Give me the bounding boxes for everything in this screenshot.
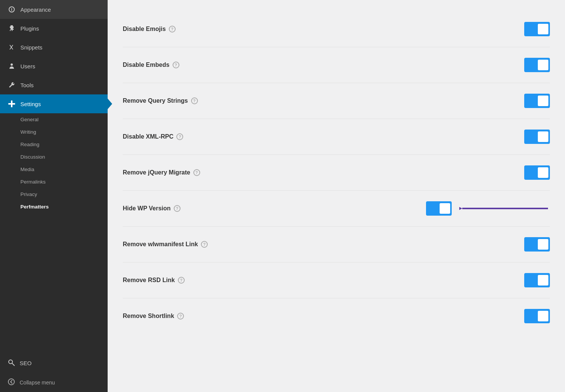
- seo-label: SEO: [20, 360, 32, 366]
- settings-label-disable-emojis: Disable Emojis?: [123, 26, 524, 32]
- settings-row-remove-shortlink: Remove Shortlink?: [123, 298, 550, 334]
- settings-label-remove-query-strings: Remove Query Strings?: [123, 97, 524, 104]
- settings-row-hide-wp-version: Hide WP Version?: [123, 191, 550, 227]
- settings-row-remove-jquery-migrate: Remove jQuery Migrate?: [123, 155, 550, 191]
- settings-label-remove-wlwmanifest-link: Remove wlwmanifest Link?: [123, 241, 524, 248]
- sidebar-item-users[interactable]: Users: [0, 57, 108, 76]
- sidebar: Appearance Plugins Snippets Users: [0, 0, 108, 392]
- sidebar-item-seo[interactable]: SEO: [0, 353, 108, 373]
- arrow-annotation: [459, 204, 550, 213]
- help-icon-remove-shortlink[interactable]: ?: [177, 313, 184, 319]
- help-icon-disable-xml-rpc[interactable]: ?: [176, 133, 183, 140]
- users-icon: [8, 62, 16, 70]
- tools-icon: [8, 81, 16, 89]
- sidebar-bottom: SEO Collapse menu: [0, 353, 108, 392]
- sidebar-item-settings[interactable]: Settings: [0, 94, 108, 113]
- settings-row-disable-emojis: Disable Emojis?: [123, 11, 550, 47]
- toggle-remove-rsd-link[interactable]: [524, 273, 550, 287]
- collapse-label: Collapse menu: [20, 380, 55, 386]
- settings-label-remove-jquery-migrate: Remove jQuery Migrate?: [123, 169, 524, 176]
- svg-rect-2: [8, 103, 15, 105]
- submenu-item-general[interactable]: General: [0, 113, 108, 126]
- help-icon-disable-embeds[interactable]: ?: [173, 62, 179, 68]
- settings-row-remove-wlwmanifest-link: Remove wlwmanifest Link?: [123, 227, 550, 262]
- help-icon-remove-rsd-link[interactable]: ?: [178, 277, 185, 284]
- toggle-disable-embeds[interactable]: [524, 58, 550, 72]
- svg-line-4: [12, 363, 14, 366]
- settings-row-remove-query-strings: Remove Query Strings?: [123, 83, 550, 119]
- help-icon-disable-emojis[interactable]: ?: [169, 26, 176, 32]
- toggle-disable-emojis[interactable]: [524, 22, 550, 36]
- seo-icon: [8, 359, 15, 367]
- tools-label: Tools: [20, 82, 34, 88]
- toggle-remove-shortlink[interactable]: [524, 309, 550, 323]
- toggle-disable-xml-rpc[interactable]: [524, 130, 550, 144]
- toggle-remove-jquery-migrate[interactable]: [524, 165, 550, 180]
- appearance-label: Appearance: [20, 6, 51, 13]
- appearance-icon: [8, 5, 16, 14]
- submenu-item-writing[interactable]: Writing: [0, 126, 108, 138]
- plugins-label: Plugins: [20, 25, 39, 32]
- settings-label-remove-rsd-link: Remove RSD Link?: [123, 277, 524, 284]
- submenu-item-perfmatters[interactable]: Perfmatters: [0, 201, 108, 213]
- help-icon-remove-jquery-migrate[interactable]: ?: [193, 169, 200, 176]
- main-content: Disable Emojis?Disable Embeds?Remove Que…: [108, 0, 565, 392]
- settings-label-remove-shortlink: Remove Shortlink?: [123, 313, 524, 319]
- arrow-svg: [459, 204, 550, 213]
- help-icon-remove-query-strings[interactable]: ?: [191, 97, 198, 104]
- settings-label: Settings: [20, 101, 41, 107]
- settings-row-remove-rsd-link: Remove RSD Link?: [123, 262, 550, 298]
- settings-list: Disable Emojis?Disable Embeds?Remove Que…: [123, 11, 550, 334]
- settings-submenu: General Writing Reading Discussion Media…: [0, 113, 108, 213]
- settings-row-disable-embeds: Disable Embeds?: [123, 47, 550, 83]
- sidebar-item-plugins[interactable]: Plugins: [0, 19, 108, 38]
- settings-icon: [8, 100, 16, 108]
- submenu-item-discussion[interactable]: Discussion: [0, 151, 108, 163]
- sidebar-item-tools[interactable]: Tools: [0, 76, 108, 94]
- settings-label-disable-embeds: Disable Embeds?: [123, 62, 524, 68]
- sidebar-item-appearance[interactable]: Appearance: [0, 0, 108, 19]
- collapse-icon: [8, 378, 15, 387]
- submenu-item-reading[interactable]: Reading: [0, 138, 108, 151]
- submenu-item-privacy[interactable]: Privacy: [0, 188, 108, 201]
- svg-point-0: [11, 63, 13, 66]
- users-label: Users: [20, 63, 35, 69]
- settings-label-disable-xml-rpc: Disable XML-RPC?: [123, 133, 524, 140]
- snippets-label: Snippets: [20, 44, 42, 51]
- svg-point-5: [8, 379, 14, 385]
- collapse-menu-button[interactable]: Collapse menu: [0, 373, 108, 392]
- snippets-icon: [8, 43, 16, 51]
- sidebar-item-snippets[interactable]: Snippets: [0, 38, 108, 57]
- toggle-remove-query-strings[interactable]: [524, 94, 550, 108]
- toggle-hide-wp-version[interactable]: [426, 201, 452, 216]
- help-icon-hide-wp-version[interactable]: ?: [174, 205, 181, 212]
- submenu-item-media[interactable]: Media: [0, 163, 108, 176]
- toggle-remove-wlwmanifest-link[interactable]: [524, 237, 550, 252]
- help-icon-remove-wlwmanifest-link[interactable]: ?: [201, 241, 208, 248]
- settings-label-hide-wp-version: Hide WP Version?: [123, 205, 426, 212]
- settings-row-disable-xml-rpc: Disable XML-RPC?: [123, 119, 550, 155]
- submenu-item-permalinks[interactable]: Permalinks: [0, 176, 108, 188]
- plugins-icon: [8, 24, 16, 32]
